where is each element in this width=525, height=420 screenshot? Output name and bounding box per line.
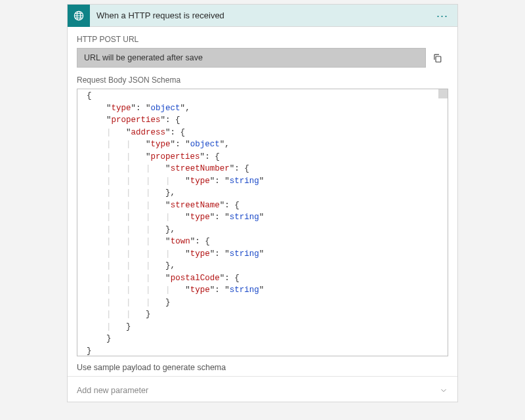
card-body: HTTP POST URL URL will be generated afte… [68,27,457,379]
http-post-url-field: URL will be generated after save [77,48,426,68]
url-row: URL will be generated after save [77,48,448,68]
scrollbar-stub[interactable] [438,89,448,98]
divider [68,376,457,377]
card-header[interactable]: When a HTTP request is received ··· [68,5,457,27]
chevron-down-icon [439,386,448,395]
copy-icon [432,52,443,64]
schema-label: Request Body JSON Schema [77,75,448,85]
json-schema-code: { "type": "object", "properties": { | "a… [77,89,448,356]
http-trigger-icon [68,5,90,27]
more-menu-button[interactable]: ··· [432,12,452,19]
url-label: HTTP POST URL [77,35,448,44]
trigger-card: When a HTTP request is received ··· HTTP… [67,4,458,402]
card-title: When a HTTP request is received [90,10,432,20]
copy-url-button[interactable] [426,48,448,68]
add-parameter-dropdown[interactable]: Add new parameter [68,379,457,402]
json-schema-textarea[interactable]: { "type": "object", "properties": { | "a… [77,89,448,356]
svg-rect-5 [436,56,441,62]
use-sample-payload-link[interactable]: Use sample payload to generate schema [77,363,448,372]
add-parameter-label: Add new parameter [77,386,439,395]
